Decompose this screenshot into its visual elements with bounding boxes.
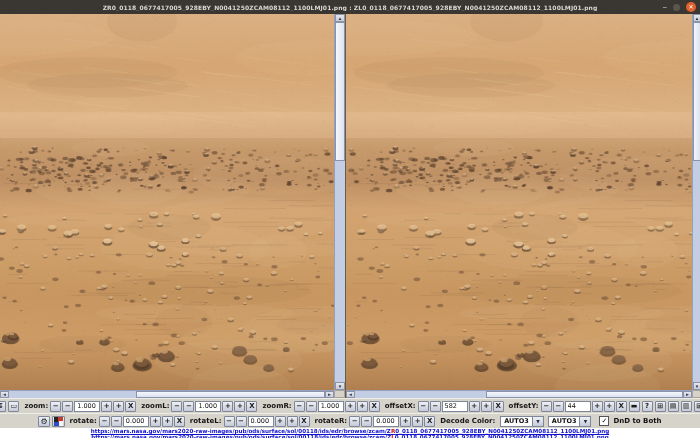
zoom-increment-large-button[interactable]: + [113, 401, 124, 412]
zoomr-increment-large-button[interactable]: + [357, 401, 368, 412]
color-palette-button[interactable] [52, 416, 65, 427]
window-title: ZR0_0118_0677417005_928EBY_N0041250ZCAM0… [0, 4, 700, 11]
scroll-track[interactable] [9, 391, 136, 398]
offsety-decrement-button[interactable]: − [553, 401, 564, 412]
scroll-track[interactable] [335, 161, 345, 382]
right-vertical-scrollbar[interactable]: ▲ ▼ [692, 14, 700, 390]
scroll-down-button[interactable]: ▼ [335, 382, 345, 390]
zoom-decrement-button[interactable]: − [62, 401, 73, 412]
fit-image-button[interactable]: ↧ [0, 401, 6, 412]
source-url-bar: https://mars.nasa.gov/mars2020-raw-image… [0, 428, 700, 438]
zooml-field[interactable] [195, 401, 221, 412]
actual-size-button[interactable]: ▭ [8, 401, 19, 412]
zoom-field[interactable] [74, 401, 100, 412]
left-horizontal-scrollbar[interactable]: ◄ ► [0, 390, 334, 398]
zooml-decrement-large-button[interactable]: − [171, 401, 182, 412]
left-mars-image[interactable] [0, 14, 334, 390]
stereo-viewer-window: ZR0_0118_0677417005_928EBY_N0041250ZCAM0… [0, 0, 700, 438]
offsety-decrement-large-button[interactable]: − [541, 401, 552, 412]
rotater-reset-button[interactable]: X [424, 416, 435, 427]
rotate-reset-button[interactable]: X [174, 416, 185, 427]
offsety-increment-button[interactable]: + [592, 401, 603, 412]
zoomr-reset-button[interactable]: X [369, 401, 380, 412]
vertical-scroll-thumb[interactable] [693, 22, 700, 161]
chevron-down-icon[interactable]: ▼ [579, 417, 590, 426]
rotater-increment-button[interactable]: + [400, 416, 411, 427]
tile-layout-button[interactable]: ⊞ [694, 401, 700, 412]
offsety-field[interactable] [565, 401, 591, 412]
rotatel-field[interactable] [248, 416, 274, 427]
horizontal-scroll-thumb[interactable] [136, 391, 325, 398]
grid-button[interactable]: ⊞ [655, 401, 666, 412]
decode-color-select-1[interactable]: AUTO3▼ [500, 416, 544, 427]
zooml-reset-button[interactable]: X [246, 401, 257, 412]
rotater-spinner-group: rotateR:−−++X [312, 416, 436, 427]
rotater-field[interactable] [373, 416, 399, 427]
right-horizontal-scrollbar[interactable]: ◄ ► [346, 390, 692, 398]
titlebar[interactable]: ZR0_0118_0677417005_928EBY_N0041250ZCAM0… [0, 0, 700, 14]
rotatel-increment-large-button[interactable]: + [287, 416, 298, 427]
zoomr-spinner-group: zoomR:−−++X [259, 401, 379, 412]
offsety-label: offsetY: [509, 402, 539, 410]
scroll-left-button[interactable]: ◄ [346, 391, 355, 398]
zoom-reset-button[interactable]: X [125, 401, 136, 412]
scroll-track[interactable] [355, 391, 486, 398]
zoomr-decrement-button[interactable]: − [306, 401, 317, 412]
right-mars-image[interactable] [346, 14, 692, 390]
zooml-decrement-button[interactable]: − [183, 401, 194, 412]
rotatel-decrement-button[interactable]: − [236, 416, 247, 427]
help-button[interactable]: ? [642, 401, 653, 412]
rotate-field[interactable] [123, 416, 149, 427]
scroll-up-button[interactable]: ▲ [335, 14, 345, 22]
rotatel-increment-button[interactable]: + [275, 416, 286, 427]
rows-layout-button[interactable]: ▤ [668, 401, 679, 412]
rotate-increment-large-button[interactable]: + [162, 416, 173, 427]
offsetx-reset-button[interactable]: X [493, 401, 504, 412]
zoom-increment-button[interactable]: + [101, 401, 112, 412]
source-url-link-2[interactable]: https://mars.nasa.gov/mars2020-raw-image… [91, 434, 609, 438]
offsetx-field[interactable] [442, 401, 468, 412]
settings-button[interactable]: ⚙ [38, 416, 49, 427]
rotater-increment-large-button[interactable]: + [412, 416, 423, 427]
zoomr-increment-button[interactable]: + [345, 401, 356, 412]
rotatel-reset-button[interactable]: X [299, 416, 310, 427]
horizontal-scroll-thumb[interactable] [486, 391, 683, 398]
rotate-decrement-button[interactable]: − [111, 416, 122, 427]
rotate-decrement-large-button[interactable]: − [99, 416, 110, 427]
vertical-scroll-thumb[interactable] [335, 22, 345, 161]
offsetx-decrement-large-button[interactable]: − [418, 401, 429, 412]
scroll-up-button[interactable]: ▲ [693, 14, 700, 22]
left-vertical-scrollbar[interactable]: ▲ ▼ [334, 14, 345, 390]
rotate-decode-toolbar: ⚙rotate:−−++XrotateL:−−++XrotateR:−−++XD… [0, 413, 700, 428]
scroll-right-button[interactable]: ► [325, 391, 334, 398]
rotate-increment-button[interactable]: + [150, 416, 161, 427]
chevron-down-icon[interactable]: ▼ [532, 417, 543, 426]
columns-layout-button[interactable]: ▥ [681, 401, 692, 412]
rotater-decrement-button[interactable]: − [361, 416, 372, 427]
zoomr-field[interactable] [318, 401, 344, 412]
rotater-decrement-large-button[interactable]: − [349, 416, 360, 427]
scroll-track[interactable] [693, 161, 700, 382]
dnd-to-both-checkbox[interactable]: ✓ [599, 416, 609, 426]
offsety-increment-large-button[interactable]: + [604, 401, 615, 412]
offsetx-increment-button[interactable]: + [469, 401, 480, 412]
rotatel-decrement-large-button[interactable]: − [224, 416, 235, 427]
decode-color-select-2[interactable]: AUTO3▼ [548, 416, 592, 427]
offsetx-decrement-button[interactable]: − [430, 401, 441, 412]
zoom-decrement-large-button[interactable]: − [50, 401, 61, 412]
gear-icon: ⚙ [40, 417, 47, 426]
zooml-increment-button[interactable]: + [222, 401, 233, 412]
pan-mode-button[interactable]: ▬ [629, 401, 640, 412]
decode-color-select-1-value: AUTO3 [501, 417, 532, 426]
close-button[interactable]: ✕ [686, 2, 696, 12]
offsety-reset-button[interactable]: X [616, 401, 627, 412]
minimize-button[interactable]: – [663, 2, 668, 12]
maximize-button[interactable] [673, 4, 680, 11]
zoomr-decrement-large-button[interactable]: − [294, 401, 305, 412]
offsetx-increment-large-button[interactable]: + [481, 401, 492, 412]
scroll-down-button[interactable]: ▼ [693, 382, 700, 390]
scroll-right-button[interactable]: ► [683, 391, 692, 398]
url-prefix: https://mars.nasa.gov/mars2020-raw-image… [91, 434, 391, 438]
scroll-left-button[interactable]: ◄ [0, 391, 9, 398]
zooml-increment-large-button[interactable]: + [234, 401, 245, 412]
